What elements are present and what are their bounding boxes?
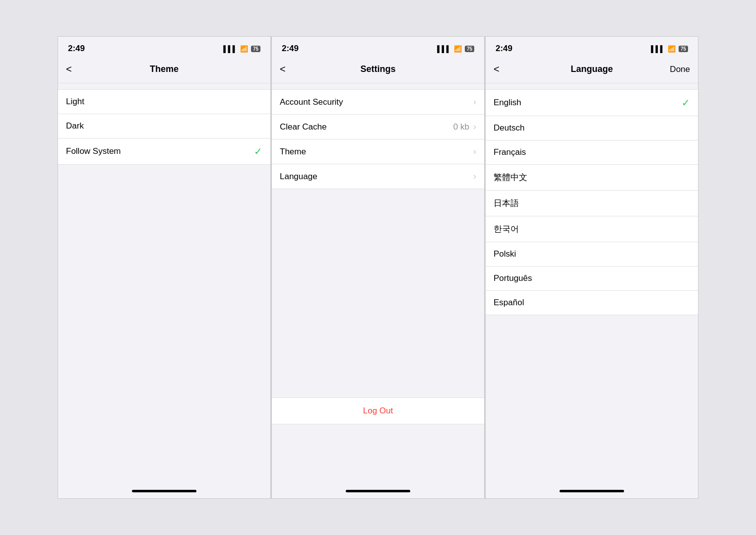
list-item-light[interactable]: Light [58,90,270,114]
signal-icon-1: ▌▌▌ [223,45,237,53]
list-item-portugues[interactable]: Português [486,267,698,291]
list-item-japanese[interactable]: 日本語 [486,191,698,216]
theme-content: Light Dark Follow System ✓ [58,83,270,486]
deutsch-label: Deutsch [494,123,524,133]
home-bar-2 [346,490,410,492]
list-item-korean[interactable]: 한국어 [486,216,698,242]
battery-icon-3: 75 [679,46,688,52]
back-button-2[interactable]: < [280,62,290,77]
status-time-3: 2:49 [496,44,512,54]
dark-label: Dark [66,121,84,131]
signal-icon-3: ▌▌▌ [651,45,665,53]
list-item-language[interactable]: Language › [272,164,484,189]
clear-cache-label: Clear Cache [280,122,327,132]
language-chevron: › [473,171,476,182]
list-item-espanol[interactable]: Español [486,291,698,315]
follow-system-checkmark: ✓ [254,145,262,157]
home-bar-1 [132,490,196,492]
battery-icon-1: 75 [251,46,260,52]
clear-cache-chevron: › [473,122,476,132]
clear-cache-right: 0 kb › [453,122,476,132]
list-item-english[interactable]: English ✓ [486,90,698,116]
done-button-3[interactable]: Done [670,65,690,74]
home-indicator-3 [486,486,698,498]
wifi-icon-2: 📶 [454,45,462,53]
list-item-theme[interactable]: Theme › [272,139,484,164]
nav-title-3: Language [570,64,613,74]
theme-right: › [473,146,476,157]
wifi-icon-1: 📶 [240,45,248,53]
list-item-traditional-chinese[interactable]: 繁體中文 [486,165,698,191]
status-time-1: 2:49 [68,44,85,54]
status-icons-3: ▌▌▌ 📶 75 [651,45,688,53]
account-security-right: › [473,97,476,107]
status-bar-3: 2:49 ▌▌▌ 📶 75 [486,37,698,58]
light-label: Light [66,97,84,107]
status-time-2: 2:49 [282,44,299,54]
list-item-dark[interactable]: Dark [58,114,270,138]
status-icons-2: ▌▌▌ 📶 75 [437,45,474,53]
wifi-icon-3: 📶 [668,45,676,53]
list-item-francais[interactable]: Français [486,140,698,165]
settings-panel: 2:49 ▌▌▌ 📶 75 < Settings Account Securit… [271,36,485,499]
language-panel: 2:49 ▌▌▌ 📶 75 < Language Done English ✓ … [485,36,698,499]
list-item-deutsch[interactable]: Deutsch [486,116,698,140]
korean-label: 한국어 [494,223,519,235]
theme-list: Light Dark Follow System ✓ [58,89,270,165]
espanol-label: Español [494,298,524,308]
status-bar-1: 2:49 ▌▌▌ 📶 75 [58,37,270,58]
language-label: Language [280,172,317,182]
nav-bar-1: < Theme [58,58,270,83]
follow-system-right: ✓ [254,145,262,157]
settings-list: Account Security › Clear Cache 0 kb › Th… [272,89,484,189]
logout-section: Log Out [272,398,484,424]
back-button-3[interactable]: < [494,62,504,77]
portugues-label: Português [494,273,532,283]
home-indicator-2 [272,486,484,498]
list-item-follow-system[interactable]: Follow System ✓ [58,138,270,164]
clear-cache-value: 0 kb [453,122,469,132]
english-label: English [494,98,521,108]
polski-label: Polski [494,249,516,259]
english-checkmark: ✓ [682,97,690,109]
back-button-1[interactable]: < [66,62,76,77]
theme-chevron: › [473,146,476,157]
account-security-label: Account Security [280,97,343,107]
nav-bar-2: < Settings [272,58,484,83]
nav-title-1: Theme [150,64,179,74]
signal-icon-2: ▌▌▌ [437,45,451,53]
traditional-chinese-label: 繁體中文 [494,172,527,183]
japanese-label: 日本語 [494,198,519,209]
logout-button[interactable]: Log Out [272,398,484,424]
home-indicator-1 [58,486,270,498]
status-icons-1: ▌▌▌ 📶 75 [223,45,260,53]
status-bar-2: 2:49 ▌▌▌ 📶 75 [272,37,484,58]
nav-bar-3: < Language Done [486,58,698,83]
home-bar-3 [560,490,624,492]
theme-label: Theme [280,147,306,157]
follow-system-label: Follow System [66,146,121,156]
list-item-clear-cache[interactable]: Clear Cache 0 kb › [272,115,484,139]
list-item-polski[interactable]: Polski [486,242,698,267]
francais-label: Français [494,147,526,157]
language-content: English ✓ Deutsch Français 繁體中文 日本語 한국어 … [486,83,698,486]
list-item-account-security[interactable]: Account Security › [272,90,484,115]
settings-content: Account Security › Clear Cache 0 kb › Th… [272,83,484,486]
language-list: English ✓ Deutsch Français 繁體中文 日本語 한국어 … [486,89,698,315]
battery-icon-2: 75 [465,46,474,52]
nav-title-2: Settings [360,64,395,74]
language-right: › [473,171,476,182]
account-security-chevron: › [473,97,476,107]
theme-panel: 2:49 ▌▌▌ 📶 75 < Theme Light Dark Follow … [58,36,271,499]
